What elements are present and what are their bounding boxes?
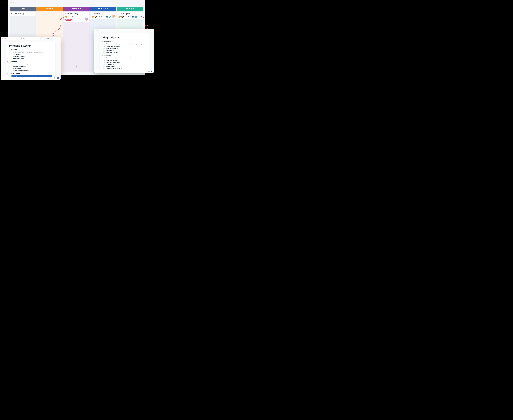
sort-button[interactable]: ⇅ — [40, 37, 42, 39]
filter-input[interactable] — [138, 29, 152, 31]
filter-input[interactable] — [45, 37, 59, 39]
card-comments[interactable]: Comments 3 6 9 ✓ 7 12 3 5 — [91, 12, 116, 19]
chevron-down-icon[interactable] — [8, 50, 8, 50]
eye-icon — [114, 29, 116, 31]
node-dot-icon — [104, 48, 105, 49]
traffic-light-dot[interactable] — [9, 1, 11, 3]
badge-row: 1 11 3 ✓ 12 1 16 — [119, 15, 142, 18]
outline-item[interactable]: Background information — [103, 45, 146, 47]
avatar[interactable] — [112, 15, 115, 18]
node-dot-icon — [11, 58, 12, 59]
outline-item[interactable]: Measure of success — [103, 52, 146, 53]
column-header: INBOX — [9, 7, 36, 11]
traffic-light-dot[interactable] — [4, 38, 5, 39]
section-solution: Solution Allow users to mention and assi… — [9, 61, 52, 72]
svg-point-4 — [22, 38, 22, 38]
chevron-right-icon — [103, 60, 104, 61]
outline-item[interactable]: Solution design — [9, 68, 52, 69]
checkbox-unchecked-icon — [125, 16, 126, 17]
outline-item[interactable]: Target audience — [103, 49, 146, 52]
outline-item[interactable]: Other app comparisons — [9, 65, 52, 68]
traffic-light-dot[interactable] — [11, 1, 12, 3]
card-mentions-assign[interactable]: Mentions & Assign 9 16 ✓ 1 Top prio — [64, 12, 89, 22]
sort-button[interactable]: ⇅ — [133, 29, 135, 31]
card-single-sign-on[interactable]: Single Sign-On 1 11 3 ✓ 12 1 16 — [117, 12, 143, 19]
checkbox-unchecked-icon — [97, 16, 99, 17]
caret-right-icon — [92, 13, 92, 14]
count-unchecked: 16 — [70, 16, 71, 17]
column-body[interactable]: Mentions & Assign 9 16 ✓ 1 Top prio + — [63, 11, 90, 72]
node-dot-icon — [104, 46, 105, 47]
traffic-light-dot[interactable] — [97, 30, 98, 30]
outline-item[interactable]: Solution design — [103, 65, 146, 68]
section-problem: Problem The users should be able to refe… — [9, 49, 52, 60]
node-dot-icon — [102, 55, 103, 56]
story-tab[interactable]: Trigger mentions — [11, 75, 25, 77]
outline-item[interactable]: Dependencies / Adjacencies — [103, 68, 146, 69]
footer-icons: ? — [54, 77, 59, 79]
node-dot-icon — [104, 52, 105, 53]
outline-item[interactable]: Lo-fi sketches — [103, 63, 146, 65]
outline-item[interactable]: Alternative solutions — [103, 59, 146, 61]
node-dot-icon — [11, 68, 12, 69]
story-tab[interactable]: Assign a task — [39, 75, 52, 77]
add-card-button[interactable]: + — [75, 64, 78, 68]
story-map: Trigger mentions Find team member Assign… — [11, 75, 52, 77]
outline-item[interactable]: Supporting evidence — [103, 47, 146, 49]
chevron-down-icon[interactable] — [101, 41, 102, 42]
section-problem: Problem Too few users that start signup … — [103, 41, 146, 53]
column-refinement: REFINEMENT Mentions & Assign 9 16 ✓ 1 To… — [63, 7, 90, 72]
node-dot-icon — [104, 50, 105, 51]
chevron-down-icon[interactable] — [101, 55, 102, 56]
story-tab[interactable]: Find team member — [25, 75, 39, 77]
section-description: Allow users to mention and assign task t… — [13, 63, 41, 65]
document-title: Mentions & Assign — [9, 44, 52, 47]
document-body: Mentions & Assign Problem The users shou… — [1, 40, 60, 77]
outline-item[interactable]: Dependencies / Adjacencies — [9, 69, 52, 72]
caret-right-icon — [11, 13, 12, 14]
document-card: Single Sign-On Problem Too few users tha… — [99, 33, 149, 70]
help-icon[interactable]: ? — [57, 77, 59, 79]
section-heading: User stories — [11, 73, 20, 75]
avatar[interactable] — [85, 18, 88, 21]
outline-item[interactable]: Supporting evidence — [9, 56, 52, 58]
traffic-light-dot[interactable] — [2, 38, 3, 39]
footer-icons: ? — [148, 70, 152, 72]
document-title: Single Sign-On — [103, 36, 146, 39]
traffic-light-dot[interactable] — [13, 1, 14, 3]
card-title: Comments — [94, 13, 101, 15]
chevron-right-icon — [103, 62, 104, 63]
section-user-stories: User stories Trigger mentions Find team … — [9, 73, 52, 77]
window-titlebar: View ⇅ ▾ ⌕ — [94, 29, 154, 31]
outline-item[interactable]: Measure of success — [9, 58, 52, 60]
section-description: Allow new users to sign up using their G… — [106, 57, 131, 59]
card-freemium-pricing[interactable]: Freemium pricing — [10, 12, 36, 16]
chevron-down-icon[interactable] — [8, 61, 8, 62]
node-dot-icon — [11, 54, 12, 55]
node-dot-icon — [104, 68, 105, 69]
dropdown-button[interactable]: ▾ — [136, 29, 137, 31]
dropdown-button[interactable]: ▾ — [42, 37, 44, 39]
keyboard-icon[interactable] — [54, 77, 56, 79]
traffic-light-dot[interactable] — [96, 30, 97, 30]
search-icon: ⌕ — [58, 38, 59, 39]
card-title: Mentions & Assign — [67, 13, 79, 15]
svg-point-5 — [115, 30, 115, 30]
bullet-dot-icon — [105, 44, 105, 44]
badge: 6 — [95, 15, 97, 18]
outline-item[interactable]: Other app comparisons — [103, 61, 146, 63]
help-icon[interactable]: ? — [151, 70, 152, 72]
chevron-right-icon — [103, 52, 104, 53]
node-dot-icon — [9, 61, 10, 62]
keyboard-icon[interactable] — [148, 70, 150, 72]
badge: 16 — [135, 15, 137, 18]
column-header: EVALUATION — [117, 7, 143, 11]
badge: 5 — [109, 15, 111, 18]
outline-item[interactable]: Background — [9, 53, 52, 56]
chevron-down-icon[interactable] — [8, 73, 8, 74]
traffic-light-dot[interactable] — [5, 38, 6, 39]
bullet-dot-icon — [11, 64, 12, 64]
document-card: Mentions & Assign Problem The users shou… — [6, 42, 55, 77]
traffic-light-dot[interactable] — [99, 30, 100, 30]
checkbox-checked-icon: ✓ — [72, 16, 73, 17]
